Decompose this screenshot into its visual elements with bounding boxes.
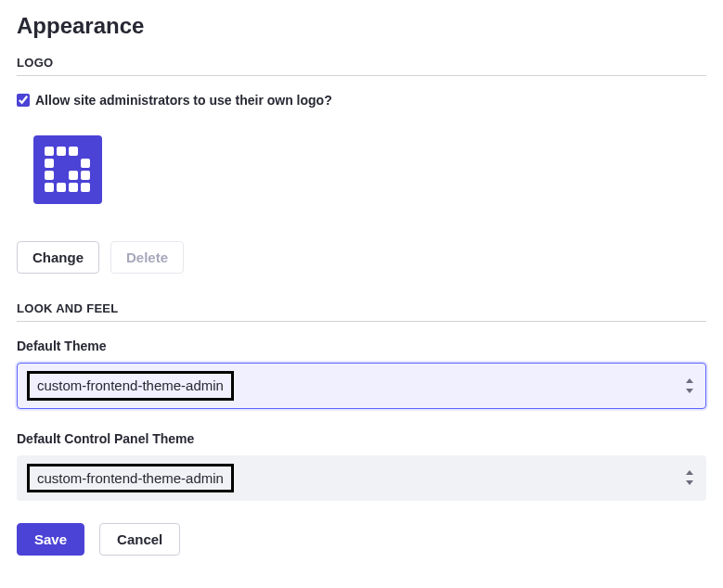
default-theme-field: Default Theme custom-frontend-theme-admi… (17, 339, 706, 409)
section-header-look-and-feel: LOOK AND FEEL (17, 301, 706, 322)
svg-rect-2 (69, 147, 78, 156)
logo-icon (45, 147, 91, 193)
default-theme-select[interactable]: custom-frontend-theme-admin (17, 363, 706, 409)
svg-rect-3 (45, 159, 54, 168)
save-button[interactable]: Save (17, 523, 84, 556)
default-cp-theme-field: Default Control Panel Theme custom-front… (17, 431, 706, 502)
cancel-button[interactable]: Cancel (99, 523, 180, 556)
default-theme-value: custom-frontend-theme-admin (27, 371, 234, 401)
allow-own-logo-checkbox[interactable] (17, 94, 30, 107)
logo-button-row: Change Delete (17, 241, 706, 274)
delete-logo-button[interactable]: Delete (110, 241, 184, 274)
svg-rect-1 (57, 147, 66, 156)
page-title: Appearance (17, 13, 706, 39)
section-header-logo: LOGO (17, 56, 706, 76)
svg-rect-9 (57, 183, 66, 192)
allow-own-logo-label: Allow site administrators to use their o… (35, 93, 332, 108)
default-cp-theme-select[interactable]: custom-frontend-theme-admin (17, 455, 706, 502)
select-arrows-icon (685, 470, 694, 485)
default-cp-theme-label: Default Control Panel Theme (17, 431, 706, 446)
footer-buttons: Save Cancel (17, 523, 706, 556)
default-theme-label: Default Theme (17, 339, 706, 353)
allow-own-logo-row: Allow site administrators to use their o… (17, 93, 706, 108)
svg-rect-10 (69, 183, 78, 192)
svg-rect-7 (81, 171, 90, 180)
svg-rect-6 (69, 171, 78, 180)
default-cp-theme-value: custom-frontend-theme-admin (27, 464, 234, 493)
svg-rect-4 (81, 159, 90, 168)
svg-rect-0 (45, 147, 54, 156)
logo-preview (33, 135, 102, 204)
select-arrows-icon (685, 378, 694, 393)
svg-rect-8 (45, 183, 54, 192)
svg-rect-11 (81, 183, 90, 192)
change-logo-button[interactable]: Change (17, 241, 99, 274)
svg-rect-5 (45, 171, 54, 180)
